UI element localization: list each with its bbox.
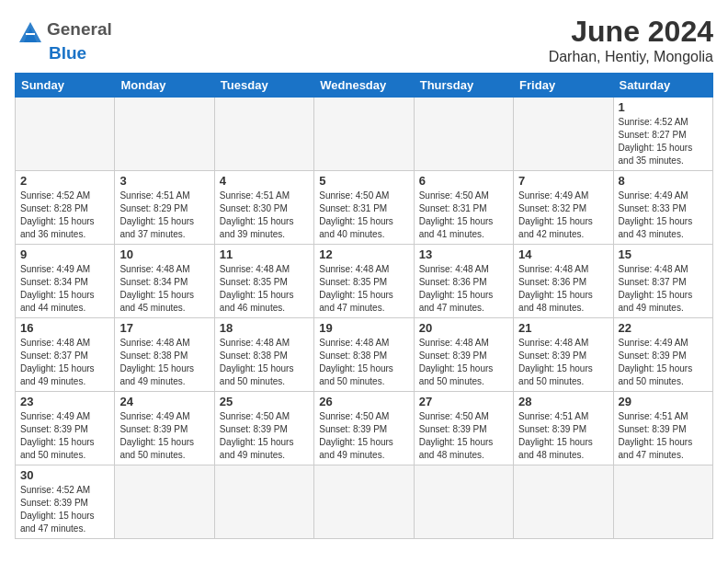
calendar-day-cell: 17Sunrise: 4:48 AM Sunset: 8:38 PM Dayli… [115,318,214,392]
calendar-day-cell: 22Sunrise: 4:49 AM Sunset: 8:39 PM Dayli… [613,318,712,392]
calendar-day-cell: 26Sunrise: 4:50 AM Sunset: 8:39 PM Dayli… [314,392,414,465]
day-info: Sunrise: 4:51 AM Sunset: 8:29 PM Dayligh… [119,190,209,241]
day-info: Sunrise: 4:51 AM Sunset: 8:39 PM Dayligh… [518,410,608,462]
calendar-day-cell: 4Sunrise: 4:51 AM Sunset: 8:30 PM Daylig… [214,171,313,245]
calendar-day-cell: 23Sunrise: 4:49 AM Sunset: 8:39 PM Dayli… [16,392,115,465]
calendar-day-cell: 19Sunrise: 4:48 AM Sunset: 8:38 PM Dayli… [314,318,414,392]
day-number: 4 [220,174,309,188]
calendar-week-row: 9Sunrise: 4:49 AM Sunset: 8:34 PM Daylig… [16,245,713,318]
day-number: 19 [319,321,408,335]
calendar-day-cell [414,98,513,171]
day-info: Sunrise: 4:51 AM Sunset: 8:39 PM Dayligh… [619,410,708,462]
calendar-day-cell: 20Sunrise: 4:48 AM Sunset: 8:39 PM Dayli… [414,318,513,392]
svg-rect-3 [26,33,35,35]
day-info: Sunrise: 4:48 AM Sunset: 8:34 PM Dayligh… [119,263,209,315]
calendar-day-cell [115,98,214,171]
day-info: Sunrise: 4:50 AM Sunset: 8:31 PM Dayligh… [319,190,408,241]
day-number: 1 [619,100,708,114]
calendar-day-cell: 1Sunrise: 4:52 AM Sunset: 8:27 PM Daylig… [613,98,712,171]
calendar-title: June 2024 [549,15,713,49]
calendar-week-row: 30Sunrise: 4:52 AM Sunset: 8:39 PM Dayli… [16,465,713,539]
day-number: 20 [419,321,508,335]
day-info: Sunrise: 4:49 AM Sunset: 8:33 PM Dayligh… [619,190,708,241]
day-number: 13 [419,247,508,261]
calendar-table: Sunday Monday Tuesday Wednesday Thursday… [15,73,713,539]
logo: General Blue [15,15,112,63]
calendar-day-cell [314,98,414,171]
day-info: Sunrise: 4:48 AM Sunset: 8:37 PM Dayligh… [20,337,109,388]
day-info: Sunrise: 4:52 AM Sunset: 8:28 PM Dayligh… [20,190,109,241]
calendar-day-cell: 15Sunrise: 4:48 AM Sunset: 8:37 PM Dayli… [613,245,712,318]
weekday-sunday: Sunday [16,74,115,98]
logo-general-text: General [47,20,112,40]
calendar-day-cell [514,98,613,171]
title-section: June 2024 Darhan, Hentiy, Mongolia [549,15,713,65]
day-number: 30 [20,468,109,482]
day-info: Sunrise: 4:48 AM Sunset: 8:38 PM Dayligh… [319,337,408,388]
calendar-day-cell: 30Sunrise: 4:52 AM Sunset: 8:39 PM Dayli… [16,465,115,539]
general-blue-logo-svg [15,15,46,46]
day-number: 9 [20,247,109,261]
day-info: Sunrise: 4:49 AM Sunset: 8:32 PM Dayligh… [518,190,608,241]
day-info: Sunrise: 4:50 AM Sunset: 8:39 PM Dayligh… [419,410,508,462]
calendar-day-cell: 27Sunrise: 4:50 AM Sunset: 8:39 PM Dayli… [414,392,513,465]
calendar-week-row: 1Sunrise: 4:52 AM Sunset: 8:27 PM Daylig… [16,98,713,171]
day-number: 22 [619,321,708,335]
day-number: 11 [220,247,309,261]
calendar-week-row: 16Sunrise: 4:48 AM Sunset: 8:37 PM Dayli… [16,318,713,392]
day-number: 25 [220,395,309,408]
calendar-day-cell: 8Sunrise: 4:49 AM Sunset: 8:33 PM Daylig… [613,171,712,245]
logo-combined: General Blue [15,15,112,63]
day-number: 7 [518,174,608,188]
day-info: Sunrise: 4:49 AM Sunset: 8:39 PM Dayligh… [119,410,209,462]
day-number: 3 [119,174,209,188]
calendar-day-cell: 13Sunrise: 4:48 AM Sunset: 8:36 PM Dayli… [414,245,513,318]
day-info: Sunrise: 4:49 AM Sunset: 8:39 PM Dayligh… [619,337,708,388]
calendar-day-cell: 12Sunrise: 4:48 AM Sunset: 8:35 PM Dayli… [314,245,414,318]
header: General Blue June 2024 Darhan, Hentiy, M… [15,15,713,65]
day-number: 24 [119,395,209,408]
weekday-tuesday: Tuesday [214,74,313,98]
day-number: 26 [319,395,408,408]
weekday-wednesday: Wednesday [314,74,414,98]
day-number: 21 [518,321,608,335]
day-number: 14 [518,247,608,261]
weekday-monday: Monday [115,74,214,98]
logo-blue-text: Blue [49,44,86,63]
calendar-day-cell: 29Sunrise: 4:51 AM Sunset: 8:39 PM Dayli… [613,392,712,465]
calendar-week-row: 23Sunrise: 4:49 AM Sunset: 8:39 PM Dayli… [16,392,713,465]
calendar-day-cell: 10Sunrise: 4:48 AM Sunset: 8:34 PM Dayli… [115,245,214,318]
calendar-day-cell: 5Sunrise: 4:50 AM Sunset: 8:31 PM Daylig… [314,171,414,245]
day-number: 23 [20,395,109,408]
day-number: 10 [119,247,209,261]
day-number: 18 [220,321,309,335]
day-number: 28 [518,395,608,408]
day-info: Sunrise: 4:48 AM Sunset: 8:36 PM Dayligh… [518,263,608,315]
day-number: 27 [419,395,508,408]
day-info: Sunrise: 4:49 AM Sunset: 8:39 PM Dayligh… [20,410,109,462]
calendar-day-cell: 6Sunrise: 4:50 AM Sunset: 8:31 PM Daylig… [414,171,513,245]
calendar-day-cell: 2Sunrise: 4:52 AM Sunset: 8:28 PM Daylig… [16,171,115,245]
day-info: Sunrise: 4:50 AM Sunset: 8:39 PM Dayligh… [319,410,408,462]
calendar-day-cell: 9Sunrise: 4:49 AM Sunset: 8:34 PM Daylig… [16,245,115,318]
weekday-saturday: Saturday [613,74,712,98]
calendar-day-cell [16,98,115,171]
day-info: Sunrise: 4:51 AM Sunset: 8:30 PM Dayligh… [220,190,309,241]
weekday-thursday: Thursday [414,74,513,98]
day-info: Sunrise: 4:48 AM Sunset: 8:36 PM Dayligh… [419,263,508,315]
calendar-day-cell [214,98,313,171]
day-info: Sunrise: 4:48 AM Sunset: 8:39 PM Dayligh… [419,337,508,388]
calendar-day-cell: 21Sunrise: 4:48 AM Sunset: 8:39 PM Dayli… [514,318,613,392]
calendar-day-cell: 11Sunrise: 4:48 AM Sunset: 8:35 PM Dayli… [214,245,313,318]
day-number: 16 [20,321,109,335]
calendar-day-cell [613,465,712,539]
calendar-week-row: 2Sunrise: 4:52 AM Sunset: 8:28 PM Daylig… [16,171,713,245]
calendar-day-cell: 7Sunrise: 4:49 AM Sunset: 8:32 PM Daylig… [514,171,613,245]
day-number: 12 [319,247,408,261]
weekday-friday: Friday [514,74,613,98]
day-number: 6 [419,174,508,188]
day-info: Sunrise: 4:50 AM Sunset: 8:39 PM Dayligh… [220,410,309,462]
day-info: Sunrise: 4:49 AM Sunset: 8:34 PM Dayligh… [20,263,109,315]
day-number: 29 [619,395,708,408]
day-number: 8 [619,174,708,188]
